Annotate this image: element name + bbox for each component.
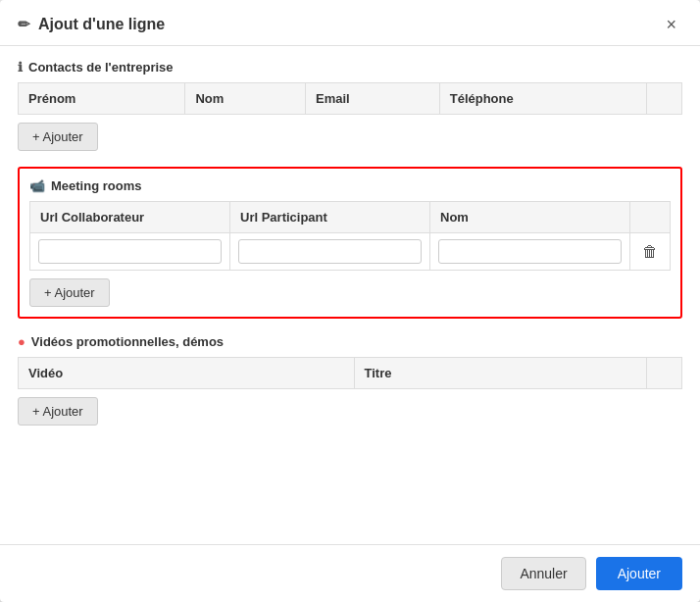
col-prenom: Prénom [19,83,185,115]
url-participant-input[interactable] [238,239,422,264]
col-email: Email [305,83,439,115]
add-contact-button[interactable]: + Ajouter [18,123,98,151]
meeting-rooms-section-label: Meeting rooms [51,178,141,193]
modal-title-text: Ajout d'une ligne [38,16,165,33]
delete-meeting-cell: 🗑 [630,233,671,271]
col-action-videos [647,358,682,389]
videos-section-header: ● Vidéos promotionnelles, démos [18,334,682,349]
col-titre: Titre [354,358,646,389]
info-icon: ℹ [18,60,23,75]
modal-dialog: ✏ Ajout d'une ligne × ℹ Contacts de l'en… [0,0,700,602]
section-videos: ● Vidéos promotionnelles, démos Vidéo Ti… [18,334,682,426]
nom-meeting-cell [430,233,630,271]
close-button[interactable]: × [660,14,682,35]
add-meeting-button[interactable]: + Ajouter [29,278,110,307]
section-meeting-rooms: 📹 Meeting rooms Url Collaborateur Url Pa… [18,167,682,319]
modal-header: ✏ Ajout d'une ligne × [0,0,700,46]
col-url-collaborateur: Url Collaborateur [30,202,230,233]
circle-icon: ● [18,334,25,349]
col-telephone: Téléphone [439,83,646,115]
videos-section-label: Vidéos promotionnelles, démos [31,334,224,349]
contacts-section-label: Contacts de l'entreprise [28,60,174,75]
confirm-button[interactable]: Ajouter [596,557,682,590]
modal-footer: Annuler Ajouter [0,544,700,602]
modal-body: ℹ Contacts de l'entreprise Prénom Nom Em… [0,46,700,544]
contacts-section-header: ℹ Contacts de l'entreprise [18,60,682,75]
url-collaborateur-input[interactable] [38,239,222,264]
col-action-meeting [630,202,671,233]
cancel-button[interactable]: Annuler [501,557,585,590]
meeting-rooms-table: Url Collaborateur Url Participant Nom [29,201,671,271]
meeting-rooms-section-header: 📹 Meeting rooms [29,178,671,193]
add-video-button[interactable]: + Ajouter [18,397,98,426]
url-collaborateur-cell [30,233,230,271]
table-row: 🗑 [30,233,671,271]
col-nom-meeting: Nom [430,202,630,233]
col-url-participant: Url Participant [230,202,430,233]
section-contacts: ℹ Contacts de l'entreprise Prénom Nom Em… [18,60,682,151]
col-video: Vidéo [19,358,355,389]
meeting-icon: 📹 [29,178,45,193]
delete-meeting-button[interactable]: 🗑 [638,241,662,263]
contacts-table: Prénom Nom Email Téléphone [18,82,682,115]
col-nom: Nom [185,83,306,115]
videos-table: Vidéo Titre [18,357,682,389]
url-participant-cell [230,233,430,271]
col-action-contacts [647,83,682,115]
pencil-icon: ✏ [18,16,30,33]
modal-title: ✏ Ajout d'une ligne [18,16,165,33]
nom-meeting-input[interactable] [438,239,622,264]
